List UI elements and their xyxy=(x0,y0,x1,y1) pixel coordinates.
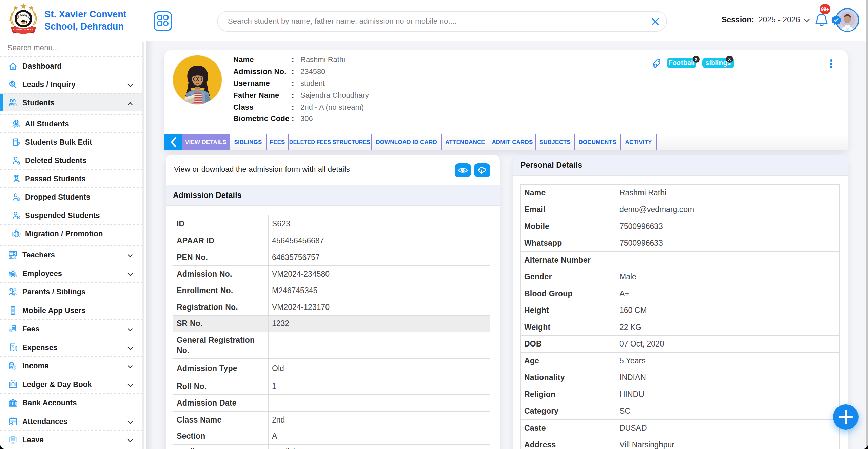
svg-text:CONVENT SCHOOL: CONVENT SCHOOL xyxy=(13,28,34,31)
